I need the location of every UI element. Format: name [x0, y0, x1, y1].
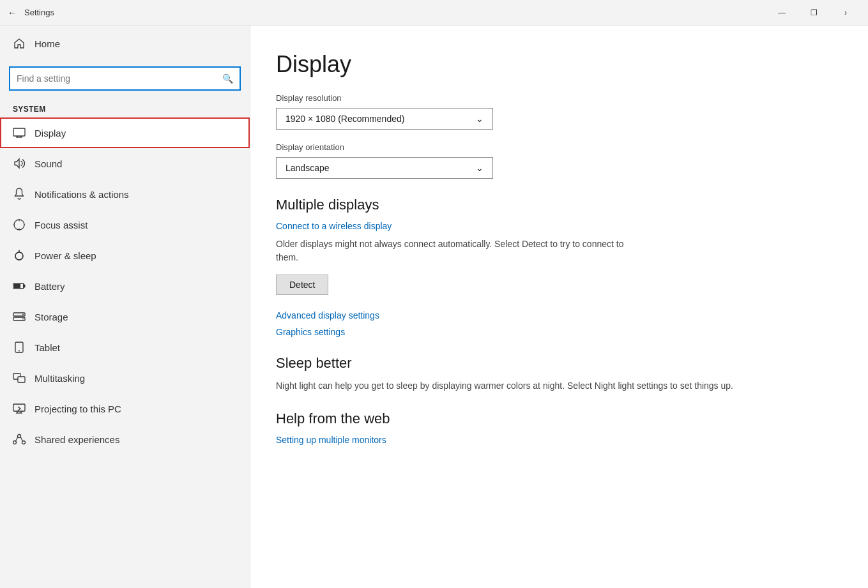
multitasking-label: Multitasking — [34, 373, 85, 384]
svg-point-11 — [22, 314, 24, 315]
resolution-chevron-icon: ⌄ — [476, 114, 483, 124]
svg-line-24 — [16, 437, 18, 442]
svg-point-12 — [22, 319, 24, 320]
forward-button[interactable]: › — [831, 3, 860, 23]
detect-button[interactable]: Detect — [276, 275, 328, 295]
window-controls: — ❐ › — [767, 3, 860, 23]
sidebar-item-shared[interactable]: Shared experiences — [0, 424, 250, 455]
battery-icon — [13, 280, 26, 292]
home-label: Home — [34, 38, 60, 49]
sidebar-item-battery[interactable]: Battery — [0, 271, 250, 301]
svg-point-22 — [13, 441, 17, 444]
resolution-value: 1920 × 1080 (Recommended) — [286, 114, 404, 124]
app-title: Settings — [24, 8, 759, 17]
svg-point-23 — [22, 441, 26, 444]
search-input[interactable] — [17, 73, 217, 84]
sidebar-item-tablet[interactable]: Tablet — [0, 332, 250, 363]
focus-icon — [13, 218, 26, 231]
sound-icon — [13, 157, 26, 170]
sidebar-item-home[interactable]: Home — [0, 26, 250, 61]
shared-icon — [13, 433, 26, 446]
back-button[interactable]: ← — [8, 8, 17, 18]
restore-button[interactable]: ❐ — [799, 3, 828, 23]
multiple-displays-heading: Multiple displays — [276, 197, 830, 213]
advanced-display-link[interactable]: Advanced display settings — [276, 310, 830, 320]
svg-rect-8 — [24, 285, 26, 288]
svg-rect-0 — [13, 128, 25, 136]
power-icon — [13, 249, 26, 262]
svg-line-25 — [20, 437, 22, 442]
search-icon: 🔍 — [222, 73, 233, 84]
tablet-label: Tablet — [34, 342, 60, 353]
projecting-icon — [13, 402, 26, 415]
sidebar-item-sound[interactable]: Sound — [0, 148, 250, 179]
power-label: Power & sleep — [34, 250, 96, 261]
storage-label: Storage — [34, 312, 68, 322]
graphics-settings-link[interactable]: Graphics settings — [276, 327, 830, 337]
page-title: Display — [276, 51, 830, 78]
orientation-dropdown[interactable]: Landscape ⌄ — [276, 157, 493, 179]
older-displays-text: Older displays might not always connect … — [276, 237, 634, 264]
projecting-label: Projecting to this PC — [34, 403, 121, 414]
sidebar-item-display[interactable]: Display — [0, 117, 250, 148]
orientation-value: Landscape — [286, 163, 330, 173]
app-body: Home 🔍 System Display — [0, 26, 868, 588]
shared-label: Shared experiences — [34, 434, 119, 445]
display-label: Display — [34, 128, 66, 139]
storage-icon — [13, 310, 26, 323]
multitasking-icon — [13, 372, 26, 384]
resolution-label: Display resolution — [276, 93, 830, 103]
sound-label: Sound — [34, 158, 62, 169]
sidebar-item-storage[interactable]: Storage — [0, 301, 250, 332]
setting-up-monitors-link[interactable]: Setting up multiple monitors — [276, 435, 830, 445]
svg-rect-16 — [18, 377, 25, 382]
sidebar: Home 🔍 System Display — [0, 26, 250, 588]
tablet-icon — [13, 341, 26, 354]
battery-label: Battery — [34, 281, 65, 292]
orientation-label: Display orientation — [276, 142, 830, 152]
orientation-chevron-icon: ⌄ — [476, 163, 483, 173]
minimize-button[interactable]: — — [767, 3, 796, 23]
sidebar-item-multitasking[interactable]: Multitasking — [0, 363, 250, 393]
svg-point-14 — [19, 351, 20, 352]
titlebar: ← Settings — ❐ › — [0, 0, 868, 26]
sleep-better-heading: Sleep better — [276, 355, 830, 372]
main-content: Display Display resolution 1920 × 1080 (… — [250, 26, 868, 588]
connect-wireless-link[interactable]: Connect to a wireless display — [276, 221, 830, 231]
sidebar-item-projecting[interactable]: Projecting to this PC — [0, 393, 250, 424]
sidebar-item-power[interactable]: Power & sleep — [0, 240, 250, 271]
sleep-text: Night light can help you get to sleep by… — [276, 379, 830, 393]
svg-rect-7 — [14, 284, 20, 288]
focus-label: Focus assist — [34, 220, 88, 230]
sidebar-item-focus[interactable]: Focus assist — [0, 209, 250, 240]
system-section-label: System — [0, 100, 250, 117]
notifications-label: Notifications & actions — [34, 189, 129, 200]
notifications-icon — [13, 188, 26, 200]
display-icon — [13, 126, 26, 139]
search-wrapper: 🔍 — [0, 61, 250, 100]
help-heading: Help from the web — [276, 411, 830, 427]
search-box[interactable]: 🔍 — [9, 66, 241, 91]
home-icon — [13, 37, 26, 50]
resolution-dropdown[interactable]: 1920 × 1080 (Recommended) ⌄ — [276, 108, 493, 130]
sidebar-item-notifications[interactable]: Notifications & actions — [0, 179, 250, 209]
